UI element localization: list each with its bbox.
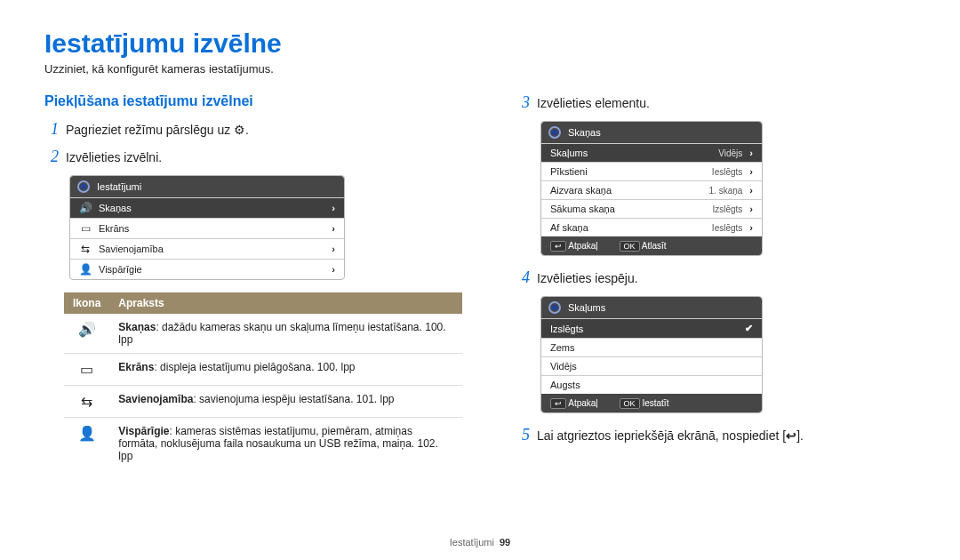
panel-footer: ↩ Atpakaļ OK Atlasīt: [541, 236, 762, 255]
display-icon: ▭: [64, 354, 109, 386]
option-label: Af skaņa: [550, 222, 705, 233]
step-text-end: ].: [796, 428, 804, 443]
step-number: 5: [516, 426, 530, 444]
menu-item-label: Ekrāns: [99, 223, 324, 234]
step-number: 3: [516, 93, 530, 112]
chevron-right-icon: ›: [749, 204, 753, 214]
ok-label: Iestatīt: [642, 398, 668, 408]
selector-icon: [548, 301, 561, 314]
ok-key-icon: OK: [620, 241, 640, 252]
table-row: 🔊 Skaņas: dažādu kameras skaņu un skaļum…: [64, 314, 462, 354]
panel-footer: ↩ Atpakaļ OK Iestatīt: [541, 394, 762, 412]
row-text: : displeja iestatījumu pielāgošana. 100.…: [154, 361, 355, 373]
option-value: Vidējs: [718, 148, 742, 158]
step-5: 5 Lai atgrieztos iepriekšējā ekrānā, nos…: [516, 426, 916, 444]
settings-menu-panel: Iestatījumi 🔊 Skaņas › ▭ Ekrāns › ⇆ Savi…: [69, 175, 345, 280]
connectivity-icon: ⇆: [64, 386, 109, 418]
step-3: 3 Izvēlieties elementu.: [516, 93, 916, 112]
menu-item-display[interactable]: ▭ Ekrāns ›: [70, 218, 344, 238]
chevron-right-icon: ›: [749, 222, 753, 233]
ok-key-icon: OK: [620, 398, 640, 409]
menu-item-label: Skaņas: [99, 203, 324, 213]
col-header-desc: Apraksts: [109, 292, 462, 314]
step-text: Pagrieziet režīmu pārslēgu uz: [66, 123, 234, 137]
panel-title: Skaņas: [568, 127, 601, 138]
panel-title: Iestatījumi: [97, 181, 141, 192]
option-label: Sākuma skaņa: [550, 204, 705, 214]
menu-item-connectivity[interactable]: ⇆ Savienojamība ›: [70, 238, 344, 259]
step-1: 1 Pagrieziet režīmu pārslēgu uz ⚙.: [44, 120, 462, 139]
step-number: 4: [516, 268, 530, 287]
table-row: ▭ Ekrāns: displeja iestatījumu pielāgoša…: [64, 354, 462, 386]
choice-high[interactable]: Augsts: [541, 375, 762, 394]
option-shutter[interactable]: Aizvara skaņa 1. skaņa ›: [541, 180, 762, 199]
choice-medium[interactable]: Vidējs: [541, 356, 762, 375]
step-number: 1: [44, 120, 59, 139]
checkmark-icon: ✔: [745, 323, 753, 334]
volume-icon: 🔊: [64, 314, 109, 354]
selector-icon: [77, 180, 90, 193]
chevron-right-icon: ›: [332, 223, 335, 234]
option-label: Aizvara skaņa: [550, 185, 702, 196]
chevron-right-icon: ›: [749, 185, 753, 196]
panel-title: Skaļums: [568, 302, 605, 313]
option-label: Pīkstieni: [550, 166, 705, 177]
page-footer: Iestatījumi 99: [0, 537, 960, 548]
back-arrow-icon: ↩: [786, 428, 796, 443]
menu-item-general[interactable]: 👤 Vispārīgie ›: [70, 259, 344, 279]
chevron-right-icon: ›: [749, 166, 753, 177]
gear-icon: ⚙: [234, 123, 245, 137]
panel-header: Skaļums: [541, 297, 762, 318]
step-text-end: .: [245, 123, 249, 137]
selector-icon: [548, 126, 561, 139]
user-icon: 👤: [79, 263, 92, 276]
back-label: Atpakaļ: [568, 241, 597, 251]
row-name: Savienojamība: [118, 393, 193, 405]
menu-item-label: Savienojamība: [99, 244, 324, 254]
row-text: : savienojuma iespēju iestatīšana. 101. …: [193, 393, 394, 405]
volume-icon: 🔊: [79, 202, 92, 214]
chevron-right-icon: ›: [749, 148, 753, 158]
option-startup[interactable]: Sākuma skaņa Izslēgts ›: [541, 199, 762, 218]
back-key-icon: ↩: [550, 398, 566, 409]
volume-options-panel: Skaļums Izslēgts ✔ Zems Vidējs Augsts ↩ …: [540, 296, 763, 413]
chevron-right-icon: ›: [332, 203, 335, 213]
table-row: 👤 Vispārīgie: kameras sistēmas iestatīju…: [64, 418, 462, 470]
display-icon: ▭: [79, 222, 92, 235]
chevron-right-icon: ›: [332, 244, 335, 254]
step-number: 2: [44, 148, 59, 166]
menu-item-label: Vispārīgie: [99, 264, 324, 275]
col-header-icon: Ikona: [64, 292, 109, 314]
option-value: Izslēgts: [712, 204, 742, 214]
page-title: Iestatījumu izvēlne: [44, 28, 916, 59]
page-subtitle: Uzziniet, kā konfigurēt kameras iestatīj…: [44, 62, 916, 76]
panel-header: Skaņas: [541, 122, 762, 143]
choice-label: Izslēgts: [550, 324, 738, 334]
ok-label: Atlasīt: [642, 241, 667, 251]
table-row: ⇆ Savienojamība: savienojuma iespēju ies…: [64, 386, 462, 418]
step-4: 4 Izvēlieties iespēju.: [516, 268, 916, 287]
step-2: 2 Izvēlieties izvēlni.: [44, 148, 462, 166]
option-af[interactable]: Af skaņa Ieslēgts ›: [541, 218, 762, 236]
description-table: Ikona Apraksts 🔊 Skaņas: dažādu kameras …: [64, 292, 462, 469]
step-text: Lai atgrieztos iepriekšējā ekrānā, nospi…: [537, 428, 786, 443]
footer-page-number: 99: [500, 537, 510, 548]
choice-label: Zems: [550, 342, 753, 353]
option-value: Ieslēgts: [712, 167, 742, 177]
row-text: : dažādu kameras skaņu un skaļuma līmeņu…: [118, 321, 445, 346]
menu-item-sounds[interactable]: 🔊 Skaņas ›: [70, 197, 344, 218]
chevron-right-icon: ›: [332, 264, 335, 275]
option-volume[interactable]: Skaļums Vidējs ›: [541, 143, 762, 162]
choice-off[interactable]: Izslēgts ✔: [541, 318, 762, 338]
option-label: Skaļums: [550, 148, 711, 158]
option-value: 1. skaņa: [709, 186, 743, 196]
row-name: Ekrāns: [118, 361, 154, 373]
row-name: Skaņas: [118, 321, 156, 333]
option-beep[interactable]: Pīkstieni Ieslēgts ›: [541, 162, 762, 180]
section-heading: Piekļūšana iestatījumu izvēlnei: [44, 93, 462, 109]
choice-low[interactable]: Zems: [541, 338, 762, 356]
option-value: Ieslēgts: [712, 223, 742, 233]
choice-label: Augsts: [550, 380, 753, 390]
footer-section: Iestatījumi: [450, 537, 494, 548]
back-key-icon: ↩: [550, 241, 566, 252]
